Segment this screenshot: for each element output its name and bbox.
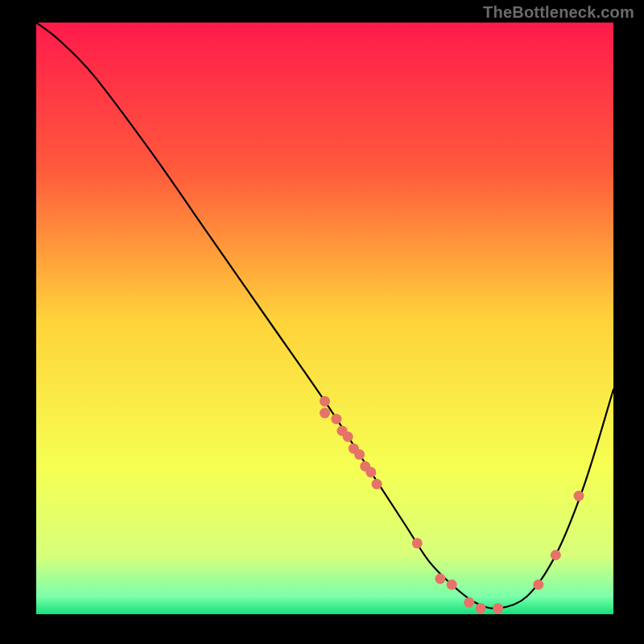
data-point bbox=[551, 550, 561, 560]
data-point bbox=[435, 573, 445, 584]
data-point bbox=[573, 491, 584, 502]
data-point bbox=[320, 396, 330, 407]
data-point bbox=[493, 603, 503, 613]
gradient-background bbox=[36, 23, 613, 614]
data-point bbox=[372, 479, 382, 489]
data-point bbox=[476, 603, 486, 613]
chart-frame: TheBottleneck.com bbox=[0, 0, 644, 644]
watermark-label: TheBottleneck.com bbox=[483, 3, 634, 22]
data-point bbox=[412, 538, 423, 548]
data-point bbox=[365, 467, 376, 477]
data-point bbox=[447, 580, 457, 590]
plot-svg bbox=[36, 23, 613, 614]
data-point bbox=[464, 597, 474, 608]
data-point bbox=[354, 449, 365, 460]
data-point bbox=[320, 408, 330, 419]
data-point bbox=[331, 414, 341, 424]
data-point bbox=[343, 431, 353, 442]
plot-area bbox=[36, 23, 613, 614]
data-point bbox=[533, 580, 543, 590]
